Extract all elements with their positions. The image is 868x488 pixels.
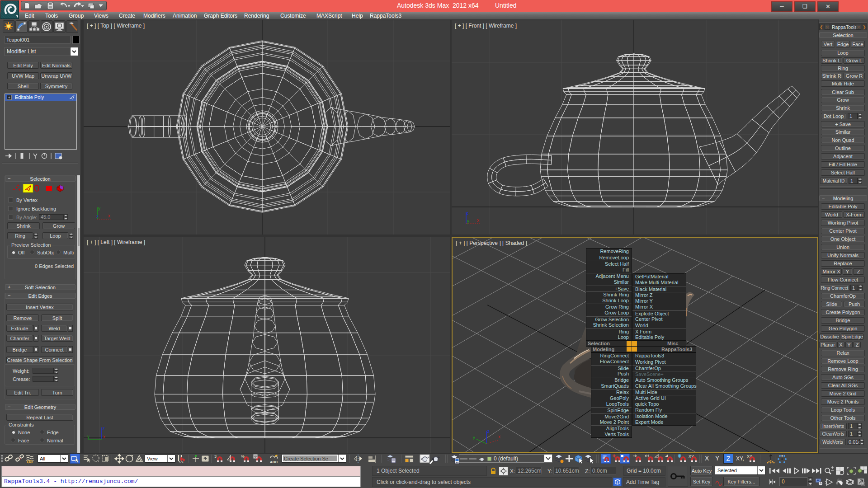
svg-text:y: y [98,206,100,211]
svg-text:z: z [96,214,99,219]
svg-text:z: z [103,426,105,431]
svg-text:x: x [108,213,110,218]
svg-text:y: y [467,219,469,224]
svg-text:y: y [87,434,90,439]
svg-text:z: z [487,429,490,434]
svg-text:ABC: ABC [270,460,278,464]
svg-text:x: x [477,218,479,223]
svg-text:y: y [473,435,475,440]
svg-text:z: z [466,211,468,216]
svg-text:x: x [498,434,500,439]
svg-text:3: 3 [214,454,217,459]
svg-text:x: x [103,434,105,439]
